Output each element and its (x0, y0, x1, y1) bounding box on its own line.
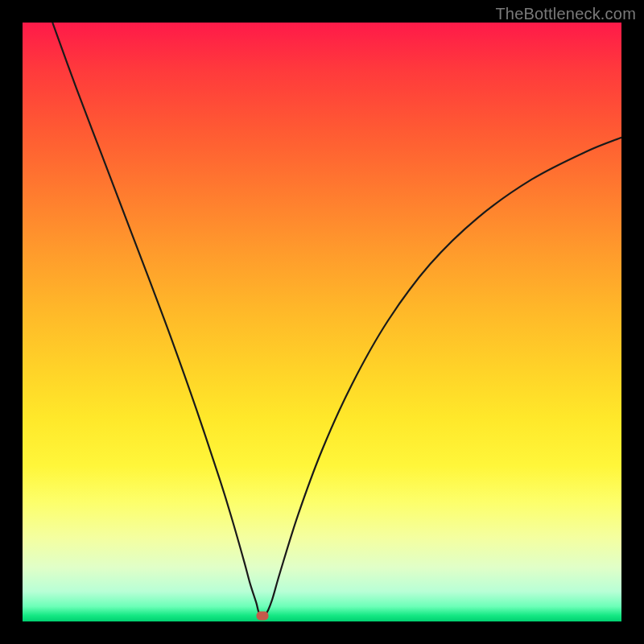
optimal-point-marker (257, 612, 269, 621)
watermark-text: TheBottleneck.com (495, 5, 636, 23)
bottleneck-curve (23, 23, 621, 621)
chart-frame (23, 23, 621, 621)
